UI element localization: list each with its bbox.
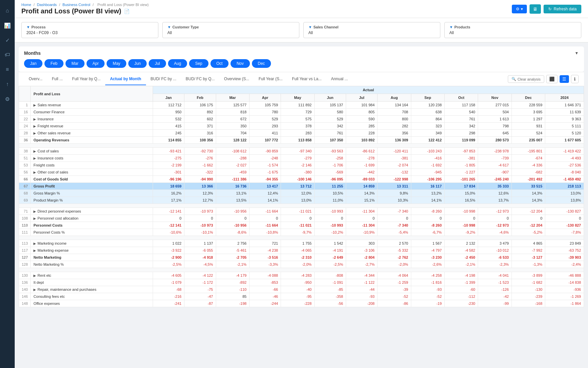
cell-value: 125 577 — [216, 102, 249, 109]
tab-full[interactable]: Full ... — [47, 73, 67, 85]
cell-value: -3 106 — [346, 247, 377, 254]
info-button[interactable]: ℹ — [571, 75, 579, 83]
sidebar-icon-gear[interactable]: ⚙ — [1, 93, 13, 105]
sidebar-icon-tag[interactable]: 🏷 — [1, 49, 13, 61]
cell-value: 12,3% — [184, 190, 216, 197]
expand-icon[interactable]: ▶ — [33, 156, 36, 160]
filter-products[interactable]: ▼ Products All — [444, 22, 581, 38]
table-row: 136It dept-1 079-1 172-892-853-950-1 091… — [19, 279, 584, 286]
cell-value: 1 022 — [153, 240, 184, 247]
monitor-button[interactable]: 🖥 — [530, 4, 541, 14]
expand-icon[interactable]: ▶ — [33, 170, 36, 174]
breadcrumb-business-control[interactable]: Business Control — [62, 3, 90, 7]
clear-analysis-button[interactable]: 🔍 Clear analysis — [508, 75, 544, 83]
cell-value: 17 834 — [445, 183, 478, 190]
cell-value: 378 — [281, 123, 314, 130]
cell-value: 277 015 — [478, 102, 511, 109]
cell-label[interactable]: ▶Insurance — [31, 116, 153, 123]
refresh-button[interactable]: ↻ Refresh data — [544, 5, 581, 13]
cell-value: 15,1% — [346, 197, 377, 204]
tab-overview-s[interactable]: Overview (S... — [219, 73, 254, 85]
cell-value: -89 033 — [346, 176, 377, 183]
month-jun[interactable]: Jun — [128, 59, 147, 68]
expand-icon[interactable]: ▶ — [33, 131, 36, 135]
cell-value: -1 816 — [411, 279, 444, 286]
export-button[interactable]: ⬛ — [546, 75, 558, 83]
expand-icon[interactable]: ▶ — [33, 103, 36, 107]
cell-label[interactable]: ▶Personnel cost allocation — [31, 215, 153, 222]
expand-icon[interactable]: ▶ — [33, 249, 36, 252]
filter-sales-channel[interactable]: ▼ Sales Channel All — [303, 22, 440, 38]
sidebar-icon-chart[interactable]: 📊 — [1, 19, 13, 31]
cell-value: -808 — [314, 272, 346, 279]
month-mar[interactable]: Mar — [65, 59, 85, 68]
cell-value: 33 515 — [511, 183, 545, 190]
expand-icon[interactable]: ▶ — [33, 217, 36, 220]
cell-label[interactable]: ▶Insurance costs — [31, 155, 153, 162]
expand-icon[interactable]: ▶ — [33, 242, 36, 245]
tab-full-year-q[interactable]: Full Year by Q... — [67, 73, 105, 85]
tab-actual-by-month[interactable]: Actual by Month — [105, 73, 146, 85]
expand-icon[interactable]: ▶ — [33, 124, 36, 128]
table-row: 67Gross Profit18 65913 36616 73613 41713… — [19, 183, 584, 190]
sidebar-icon-list[interactable]: ≡ — [1, 64, 13, 76]
cell-label[interactable]: ▶Repair, maintenance and purchases — [31, 286, 153, 293]
month-sep[interactable]: Sep — [189, 59, 208, 68]
month-may[interactable]: May — [107, 59, 126, 68]
cell-value: -381 — [378, 155, 411, 162]
cell-value: -130 — [511, 286, 545, 293]
month-nov[interactable]: Nov — [231, 59, 250, 68]
month-dec[interactable]: Dec — [252, 59, 271, 68]
expand-icon[interactable]: ▶ — [33, 288, 36, 291]
month-feb[interactable]: Feb — [44, 59, 63, 68]
cell-label[interactable]: ▶Sales revenue — [31, 102, 153, 109]
cell-value: 892 — [184, 109, 216, 116]
settings-button[interactable]: ⚙ ▾ — [512, 5, 527, 13]
sidebar-icon-home[interactable]: ⌂ — [1, 5, 13, 17]
tab-overview[interactable]: Overv... — [24, 73, 47, 85]
cell-value: 293 — [249, 123, 281, 130]
cell-label[interactable]: ▶Direct personnel expenses — [31, 208, 153, 215]
month-jan[interactable]: Jan — [24, 59, 42, 68]
tab-bud-fc[interactable]: BUD/ FC by ... — [146, 73, 181, 85]
expand-icon[interactable]: ▶ — [33, 274, 36, 277]
breadcrumb-home[interactable]: Home — [21, 3, 31, 7]
month-oct[interactable]: Oct — [210, 59, 229, 68]
expand-icon[interactable]: ▶ — [33, 210, 36, 213]
cell-label[interactable]: ▶Cost of sales — [31, 148, 153, 155]
table-row: 22▶Insurance5326026725295755295908008647… — [19, 116, 584, 123]
expand-icon[interactable]: ▶ — [33, 117, 36, 121]
cell-value: -258 — [314, 155, 346, 162]
cell-value: -2 146 — [281, 162, 314, 169]
cell-label[interactable]: ▶Marketing expense — [31, 247, 153, 254]
cell-value: -5 332 — [378, 247, 411, 254]
tab-full-year-vs[interactable]: Full Year vs La... — [287, 73, 326, 85]
filter-icon-months[interactable]: ▼ — [575, 51, 579, 55]
cell-label: Personnel Costs % — [31, 229, 153, 236]
cell-label[interactable]: ▶Other sales revenue — [31, 130, 153, 137]
filter-customer-type[interactable]: ▼ Customer Type All — [162, 22, 299, 38]
grid-view-button[interactable]: ☰ — [560, 75, 569, 83]
month-jul[interactable]: Jul — [149, 59, 166, 68]
sidebar-icon-check[interactable]: ✓ — [1, 34, 13, 46]
cell-rownum: 68 — [19, 190, 31, 197]
cell-label[interactable]: ▶Marketing income — [31, 240, 153, 247]
cell-rownum: 127 — [19, 254, 31, 261]
cell-label[interactable]: ▶Other cost of sales — [31, 169, 153, 176]
cell-label[interactable]: ▶Freight revenue — [31, 123, 153, 130]
month-aug[interactable]: Aug — [168, 59, 187, 68]
sidebar-icon-upload[interactable]: ↑ — [1, 78, 13, 90]
table-row: 146Consulting fees etc-216-4785-46-95-35… — [19, 293, 584, 300]
cell-value: -3 516 — [249, 254, 281, 261]
tab-annual[interactable]: Annual ... — [326, 73, 353, 85]
filter-process[interactable]: ▼ Process 2024 - FC09 - O3 — [21, 22, 158, 38]
cell-label[interactable]: ▶Rent etc — [31, 272, 153, 279]
cell-value: -244 — [249, 300, 281, 307]
expand-icon[interactable]: ▶ — [33, 149, 36, 153]
breadcrumb-dashboards[interactable]: Dashboards — [37, 3, 57, 7]
cell-value: -6 055 — [184, 247, 216, 254]
tab-bud-fc-q[interactable]: BUD/ FC by Q... — [181, 73, 219, 85]
cell-value: -1 122 — [346, 279, 377, 286]
month-apr[interactable]: Apr — [87, 59, 105, 68]
tab-full-year-s[interactable]: Full Year (S... — [254, 73, 287, 85]
